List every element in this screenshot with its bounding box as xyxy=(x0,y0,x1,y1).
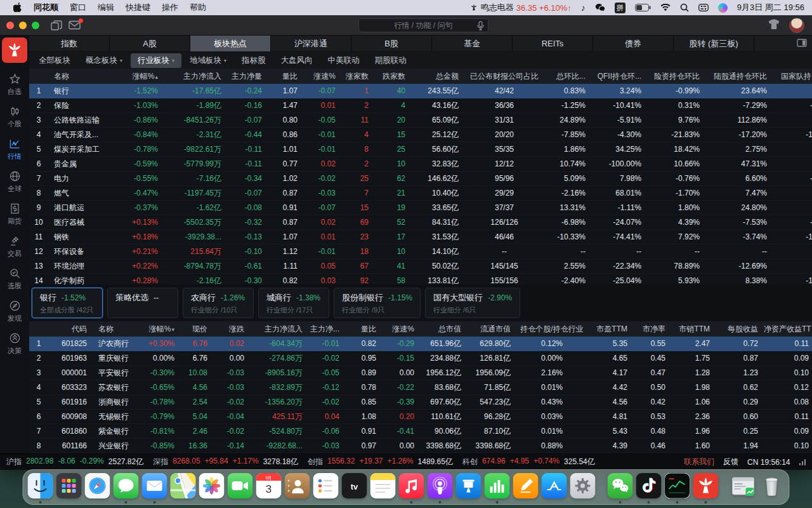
column-header-涨幅%[interactable]: 涨幅%▾ xyxy=(140,321,180,337)
column-header-市净率[interactable]: 市净率 xyxy=(633,321,671,337)
tab-板块热点[interactable]: 板块热点 xyxy=(190,36,271,51)
dock-icon-finder[interactable] xyxy=(28,473,53,498)
tab-基金[interactable]: 基金 xyxy=(432,36,513,51)
table-row[interactable]: 8燃气-0.47%-1197.45万-0.070.87-0.0372110.40… xyxy=(29,186,812,201)
tab-股转 (新三板)[interactable]: 股转 (新三板) xyxy=(674,36,754,51)
table-row[interactable]: 4603323苏农银行-0.65%4.56-0.03-832.89万-0.120… xyxy=(29,380,812,395)
new-window-icon[interactable] xyxy=(51,20,62,30)
table-row[interactable]: 6600908无锡银行-0.79%5.04-0.04425.11万0.041.0… xyxy=(29,410,812,424)
table-row[interactable]: 13环境治理+0.22%-8794.78万-0.611.110.05674150… xyxy=(29,259,812,274)
column-header-国家队持仓环比[interactable]: 国家队持仓环比 xyxy=(773,69,812,84)
column-header-主力净流入[interactable]: 主力净流入 xyxy=(164,69,227,84)
dock-icon-settings[interactable] xyxy=(570,473,596,498)
theme-tshirt-icon[interactable] xyxy=(768,19,780,32)
table-row[interactable]: 10医疗器械+0.13%-5502.35万-0.320.870.02695284… xyxy=(29,215,812,230)
dock-icon-photos[interactable] xyxy=(199,473,225,498)
statusbar-link[interactable]: 反馈 xyxy=(723,457,738,467)
tab-REITs[interactable]: REITs xyxy=(513,36,593,51)
sidebar-item-发现[interactable]: 发现 xyxy=(0,295,29,328)
subnav-item-行业板块[interactable]: 行业板块▾ xyxy=(131,53,181,68)
tab-债券[interactable]: 债券 xyxy=(593,36,674,51)
dock-icon-podcasts[interactable] xyxy=(428,473,453,498)
table-row[interactable]: 2601963重庆银行0.00%6.760.00-274.86万-0.020.9… xyxy=(29,351,812,366)
user-avatar[interactable] xyxy=(789,18,804,33)
table-row[interactable]: 4油气开采及...-0.84%-2.31亿-0.440.86-0.0141525… xyxy=(29,128,812,142)
column-header-净资产收益TT[interactable]: 净资产收益TT xyxy=(764,321,812,337)
command-search-input[interactable]: 行情 / 功能 / 问句 xyxy=(358,18,488,32)
table-row[interactable]: 9港口航运-0.37%-1.62亿-0.080.91-0.07151933.65… xyxy=(29,201,812,215)
menubar-app-name[interactable]: 同花顺 xyxy=(28,2,64,13)
dock-icon-douyin[interactable] xyxy=(636,473,662,498)
sector-card-策略优选[interactable]: 策略优选-- xyxy=(107,288,178,318)
menubar-stock-widget[interactable]: 鸣志电器 36.35 +6.10%↑ xyxy=(469,2,572,13)
spotlight-search-icon[interactable] xyxy=(680,3,689,12)
close-window-button[interactable] xyxy=(6,22,14,29)
douyin-menubar-icon[interactable]: ♪ xyxy=(581,3,586,13)
table-row[interactable]: 8601166兴业银行-0.85%16.36-0.14-9282.68...-0… xyxy=(29,439,812,453)
menubar-item[interactable]: 操作 xyxy=(156,2,184,13)
column-header-持仓个股/持仓行业[interactable]: 持仓个股/持仓行业 xyxy=(516,321,587,337)
siri-icon[interactable] xyxy=(718,3,728,13)
subnav-item-地域板块[interactable]: 地域板块▾ xyxy=(183,53,233,68)
table-row[interactable]: 11钢铁+0.18%-3929.38...-0.131.070.01231731… xyxy=(29,230,812,244)
subnav-item-全部板块[interactable]: 全部板块 xyxy=(32,53,77,68)
table-row[interactable]: 3000001平安银行-0.30%10.08-0.03-8905.16万-0.0… xyxy=(29,366,812,380)
dock-icon-contacts[interactable] xyxy=(285,473,310,498)
column-header-量比[interactable]: 量比 xyxy=(268,69,303,84)
ths-app-logo[interactable] xyxy=(2,37,27,63)
column-header-row-number[interactable] xyxy=(29,69,48,84)
dock-icon-terminal[interactable] xyxy=(665,473,690,498)
menubar-item[interactable]: 编辑 xyxy=(92,2,120,13)
dock-icon-wechat[interactable] xyxy=(608,473,633,498)
subnav-item-指标股[interactable]: 指标股 xyxy=(235,53,273,68)
sidebar-item-全球[interactable]: 全球 xyxy=(0,166,29,198)
dock-icon-trash[interactable] xyxy=(759,473,785,498)
dock-icon-maps[interactable] xyxy=(171,473,196,498)
statusbar-link[interactable]: 联系我们 xyxy=(684,457,714,467)
column-header-量比[interactable]: 量比 xyxy=(345,321,382,337)
minimize-window-button[interactable] xyxy=(19,22,27,29)
battery-icon[interactable] xyxy=(635,4,651,11)
column-header-已公布财报公司占比[interactable]: 已公布财报公司占比 xyxy=(464,69,544,84)
dock-icon-safari[interactable] xyxy=(85,473,110,498)
column-header-每股收益[interactable]: 每股收益 xyxy=(716,321,764,337)
column-header-主力净...[interactable]: 主力净... xyxy=(308,321,345,337)
column-header-主力净量[interactable]: 主力净量 xyxy=(227,69,268,84)
column-header-名称[interactable]: 名称 xyxy=(48,69,114,84)
sector-card-农商行[interactable]: 农商行-1.26%行业细分 /10只 xyxy=(183,288,254,318)
table-row[interactable]: 2保险-1.03%-1.89亿-0.161.470.012443.16亿36/3… xyxy=(29,98,812,113)
sidebar-item-选股[interactable]: 选股 xyxy=(0,263,29,295)
sidebar-item-个股[interactable]: 个股 xyxy=(0,101,29,133)
menubar-item[interactable]: 窗口 xyxy=(64,2,92,13)
dock-icon-pages[interactable] xyxy=(513,473,539,498)
dock-icon-music[interactable] xyxy=(399,473,424,498)
dock-icon-appstore[interactable] xyxy=(542,473,567,498)
menubar-item[interactable]: 快捷键 xyxy=(120,2,156,13)
column-header-总金额[interactable]: 总金额 xyxy=(411,69,464,84)
column-header-跌家数[interactable]: 跌家数 xyxy=(374,69,411,84)
column-header-名称[interactable]: 名称 xyxy=(93,321,140,337)
column-header-流通市值[interactable]: 流通市值 xyxy=(467,321,516,337)
dock-icon-facetime[interactable] xyxy=(228,473,253,498)
column-header-市盈TTM[interactable]: 市盈TTM xyxy=(587,321,633,337)
table-row[interactable]: 5煤炭开采加工-0.78%-9822.61万-0.111.01-0.018255… xyxy=(29,142,812,157)
column-header-险资持仓环比[interactable]: 险资持仓环比 xyxy=(647,69,705,84)
sector-card-银行[interactable]: 银行-1.52%全部成分股 /42只 xyxy=(32,288,103,318)
dock-icon-keynote[interactable] xyxy=(456,473,481,498)
sidebar-item-期货[interactable]: 期货 xyxy=(0,198,29,231)
table-row[interactable]: 1601825沪农商行+0.30%6.760.02-604.34万-0.010.… xyxy=(29,337,812,351)
subnav-item-大盘风向[interactable]: 大盘风向 xyxy=(274,53,320,68)
messages-mail-icon[interactable] xyxy=(69,20,81,30)
subnav-item-期股联动[interactable]: 期股联动 xyxy=(368,53,414,68)
tab-指数[interactable]: 指数 xyxy=(29,36,110,51)
dock-icon-winthumb[interactable] xyxy=(731,473,756,498)
table-row[interactable]: 12环保设备+0.21%215.64万-0.101.12-0.01181014.… xyxy=(29,244,812,259)
control-center-icon[interactable] xyxy=(698,4,709,11)
column-header-row-number[interactable] xyxy=(29,321,48,337)
menubar-clock[interactable]: 9月3日 周二 19:56 xyxy=(737,2,804,13)
column-header-代码[interactable]: 代码 xyxy=(48,321,93,337)
dock-icon-reminders[interactable] xyxy=(313,473,339,498)
dock-icon-calendar[interactable]: 9月3 xyxy=(256,473,282,498)
table-row[interactable]: 1银行-1.52%-17.65亿-0.241.07-0.07140243.55亿… xyxy=(29,84,812,98)
table-row[interactable]: 5601916浙商银行-0.78%2.54-0.02-1356.20万-0.02… xyxy=(29,395,812,410)
